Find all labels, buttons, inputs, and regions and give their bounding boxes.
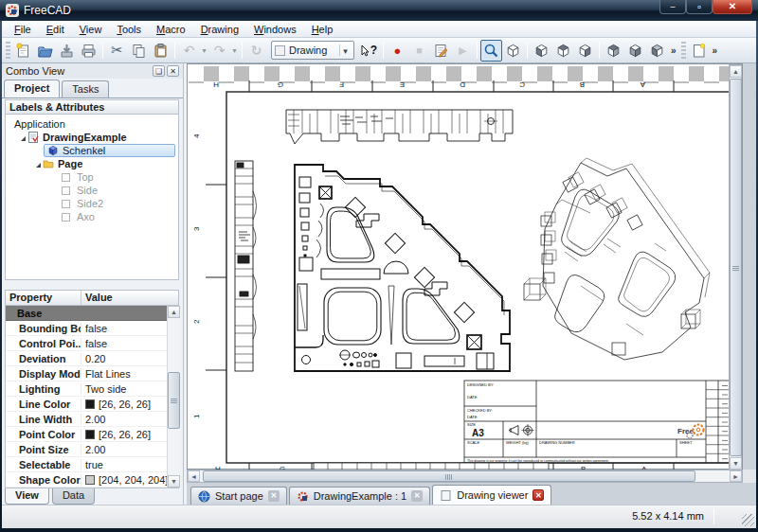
combo-view-titlebar[interactable]: Combo View ✕ [2,63,183,79]
property-row[interactable]: Control Poi... false [6,336,178,351]
save-button[interactable] [56,40,78,62]
paste-button[interactable] [150,40,171,62]
workbench-selector[interactable]: Drawing [271,41,354,60]
vertical-scrollbar[interactable]: ▲ ▼ [729,64,742,470]
property-row[interactable]: Point Size 2.00 [6,442,178,457]
property-group-row[interactable]: Base [6,306,178,321]
float-panel-button[interactable] [153,65,165,77]
new-drawing-page-button[interactable] [688,40,710,62]
macro-stop-button[interactable] [408,40,430,62]
close-tab-icon[interactable] [268,490,280,502]
view-axonometric-button[interactable] [502,40,524,62]
property-row[interactable]: Line Color [26, 26, 26] [6,397,178,412]
tab-view[interactable]: View [5,488,49,505]
macro-run-button[interactable] [452,40,474,62]
view-front-button[interactable] [531,40,552,62]
close-button[interactable] [713,0,752,14]
tree-item-part[interactable]: Schenkel [6,144,178,157]
tree-item-page-top[interactable]: Top [6,170,178,184]
view-top-button[interactable] [552,40,574,62]
open-file-button[interactable] [34,40,56,62]
view-right-button[interactable] [574,40,596,62]
copy-button[interactable] [128,40,150,62]
menu-help[interactable]: Help [305,23,340,36]
view-top-projection[interactable] [286,110,513,144]
scroll-down-icon[interactable]: ▼ [168,475,180,488]
menu-tools[interactable]: Tools [110,23,148,36]
tree-item-page-side[interactable]: Side [6,184,178,197]
scroll-right-icon[interactable]: ► [730,470,742,482]
property-table-header[interactable]: Property Value [5,290,179,306]
tab-start-page[interactable]: Start page [190,487,287,505]
undo-button[interactable] [178,40,200,62]
tree-item-document[interactable]: DrawingExample [6,131,178,144]
tree-item-page-axo[interactable]: Axo [6,210,178,223]
property-row[interactable]: Point Color [26, 26, 26] [6,427,178,442]
property-row[interactable]: Line Width 2.00 [6,412,178,427]
toolbar-grip[interactable] [6,42,10,59]
macro-edit-button[interactable] [430,40,452,62]
tree-item-page-side2[interactable]: Side2 [6,197,178,210]
view-bottom-button[interactable] [624,40,646,62]
expander-icon[interactable] [34,160,43,168]
property-row[interactable]: Lighting Two side [6,381,178,397]
scroll-up-icon[interactable]: ▲ [730,65,742,78]
scrollbar-thumb[interactable] [203,470,695,482]
property-row[interactable]: Shape Color [204, 204, 204] [6,472,178,488]
menu-view[interactable]: View [73,23,109,36]
tab-drawing-viewer[interactable]: Drawing viewer [432,485,551,505]
refresh-button[interactable] [245,40,267,62]
toolbar-grip-2[interactable] [681,42,686,59]
toolbar-overflow-1[interactable]: » [668,45,679,56]
drawing-page[interactable]: H G F E D C B A H G F E D C B A 4 [188,64,744,470]
tree-column-header[interactable]: Labels & Attributes [5,99,179,115]
menu-file[interactable]: File [8,23,38,36]
macro-record-button[interactable] [387,40,408,62]
view-axonometric-projection[interactable] [524,158,710,360]
scrollbar-thumb[interactable] [730,79,742,456]
horizontal-scrollbar[interactable]: ◄ ► [187,470,743,483]
view-front-projection[interactable] [295,165,510,371]
resize-grip[interactable] [742,514,754,526]
fit-all-button[interactable] [480,40,502,62]
tab-drawing-example[interactable]: DrawingExample : 1 [289,487,430,505]
tab-project[interactable]: Project [4,80,60,98]
scrollbar-thumb[interactable] [168,372,180,429]
close-panel-button[interactable]: ✕ [167,65,179,77]
drawing-viewport[interactable]: H G F E D C B A H G F E D C B A 4 [187,63,743,470]
title-bar[interactable]: FreeCAD [0,0,758,21]
undo-dropdown[interactable] [200,40,208,62]
property-row[interactable]: Display Mode Flat Lines [6,366,178,381]
scroll-up-icon[interactable]: ▲ [168,306,180,318]
folder-icon [43,158,54,169]
maximize-button[interactable] [686,0,713,14]
minimize-button[interactable] [659,0,686,14]
whats-this-button[interactable] [358,40,380,62]
toolbar-overflow-2[interactable]: » [710,45,721,56]
property-scrollbar[interactable]: ▲ ▼ [167,306,179,488]
close-tab-icon[interactable] [411,490,423,502]
view-side-projection[interactable] [235,161,257,371]
menu-edit[interactable]: Edit [40,23,71,36]
menu-drawing[interactable]: Drawing [194,23,245,36]
print-button[interactable] [78,40,99,62]
redo-button[interactable] [208,40,230,62]
tab-data[interactable]: Data [52,488,95,505]
expander-icon[interactable] [19,133,27,142]
property-row[interactable]: Selectable true [6,457,178,472]
menu-windows[interactable]: Windows [247,23,303,36]
scroll-left-icon[interactable]: ◄ [188,470,200,482]
tree-item-page-group[interactable]: Page [6,157,178,170]
property-row[interactable]: Bounding Box false [6,321,178,336]
view-rear-button[interactable] [603,40,624,62]
property-row[interactable]: Deviation 0.20 [6,351,178,366]
new-document-button[interactable] [12,40,34,62]
tab-tasks[interactable]: Tasks [62,80,109,98]
close-tab-icon[interactable] [532,489,544,501]
tree-item-application[interactable]: Application [6,117,178,131]
menu-macro[interactable]: Macro [150,23,192,36]
redo-dropdown[interactable] [230,40,239,62]
cut-button[interactable] [106,40,128,62]
scroll-down-icon[interactable]: ▼ [730,457,742,470]
view-left-button[interactable] [646,40,668,62]
